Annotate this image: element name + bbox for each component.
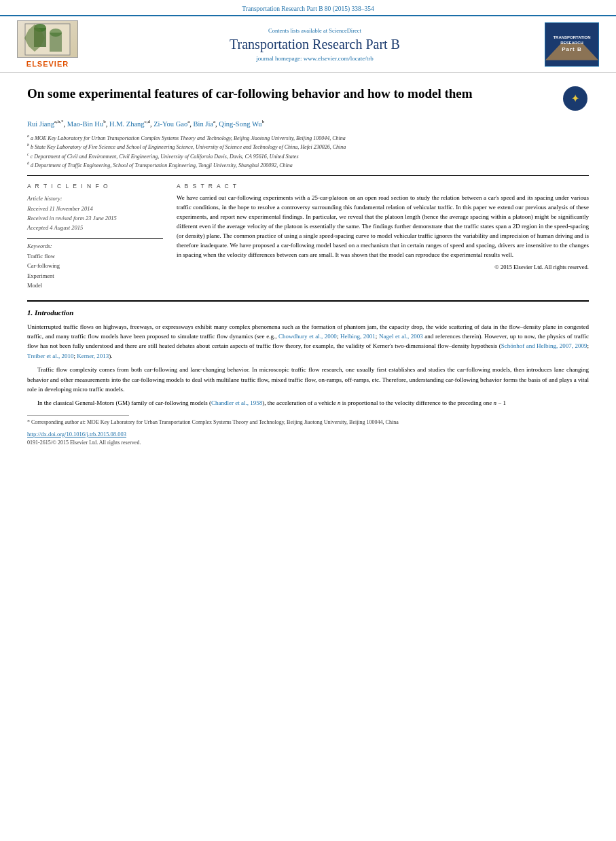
keywords-divider [27, 238, 163, 239]
ref-nagel[interactable]: Nagel et al., 2003 [379, 333, 423, 340]
ref-helbing[interactable]: Helbing, 2001 [340, 333, 376, 340]
revised-date: Received in revised form 23 June 2015 [27, 215, 117, 221]
issn-line: 0191-2615/© 2015 Elsevier Ltd. All right… [27, 440, 589, 446]
svg-point-4 [50, 29, 62, 37]
author-qing-song-wu[interactable]: Qing-Song Wu [219, 120, 261, 128]
abstract-body: We have carried out car-following experi… [177, 194, 589, 272]
article-info-label: A R T I C L E I N F O [27, 183, 163, 190]
intro-para-1: Uninterrupted traffic flows on highways,… [27, 322, 589, 361]
received-date: Received 11 November 2014 [27, 205, 93, 212]
keywords-label: Keywords: [27, 243, 163, 249]
main-content-divider [27, 300, 589, 302]
abstract-label: A B S T R A C T [177, 183, 589, 190]
affiliation-d: d Department of Traffic Engineering, Sch… [31, 162, 293, 168]
svg-rect-0 [25, 24, 70, 55]
section-number: 1. [27, 308, 33, 317]
footnote-divider [27, 415, 129, 416]
section-divider [27, 175, 589, 176]
journal-center-info: Contents lists available at ScienceDirec… [88, 27, 541, 62]
svg-point-2 [34, 24, 46, 32]
sciencedirect-link[interactable]: ScienceDirect [329, 27, 361, 34]
copyright-notice: © 2015 Elsevier Ltd. All rights reserved… [177, 263, 589, 272]
keyword-2: Car-following [27, 262, 60, 269]
trb-logo-text: TRANSPORTATIONRESEARCHPart B [553, 35, 590, 53]
citation-bar: Transportation Research Part B 80 (2015)… [0, 0, 616, 15]
crossmark-icon: ✦ [563, 86, 587, 111]
affiliation-c: c Department of Civil and Environment, C… [31, 153, 299, 159]
paper-title-section: On some experimental features of car-fol… [27, 73, 589, 119]
citation-text: Transportation Research Part B 80 (2015)… [242, 5, 374, 12]
accepted-date: Accepted 4 August 2015 [27, 224, 83, 231]
elsevier-brand-text: ELSEVIER [26, 60, 69, 68]
journal-header: ELSEVIER Contents lists available at Sci… [0, 15, 616, 73]
journal-homepage-line: journal homepage: www.elsevier.com/locat… [88, 55, 541, 62]
footnote-star-text: * Corresponding author at: MOE Key Labor… [27, 419, 399, 425]
contents-label: Contents lists available at [268, 27, 327, 34]
ref-schonhof[interactable]: Schönhof and Helbing, 2007, 2009 [501, 342, 587, 349]
section-title: Introduction [35, 308, 73, 317]
article-history: Article history: Received 11 November 20… [27, 194, 163, 233]
trb-logo-section: TRANSPORTATIONRESEARCHPart B [541, 22, 602, 67]
history-label: Article history: [27, 195, 62, 202]
journal-title: Transportation Research Part B [88, 37, 541, 52]
affiliations-section: a a MOE Key Laboratory for Urban Transpo… [27, 133, 589, 171]
author-bin-jia[interactable]: Bin Jia [194, 120, 213, 128]
affiliation-a: a MOE Key Laboratory for Urban Transport… [31, 135, 346, 141]
doi-link[interactable]: http://dx.doi.org/10.1016/j.trb.2015.08.… [27, 431, 589, 437]
trb-logo: TRANSPORTATIONRESEARCHPart B [545, 22, 599, 67]
svg-text:✦: ✦ [571, 94, 579, 104]
abstract-text-content: We have carried out car-following experi… [177, 194, 589, 258]
keywords-list: Traffic flow Car-following Experiment Mo… [27, 251, 163, 291]
ref-chowdhury[interactable]: Chowdhury et al., 2000 [278, 333, 337, 340]
keyword-4: Model [27, 282, 42, 289]
author-mao-bin-hu[interactable]: Mao-Bin Hu [67, 120, 103, 128]
ref-chandler[interactable]: Chandler et al., 1958 [211, 399, 262, 406]
abstract-col: A B S T R A C T We have carried out car-… [177, 183, 589, 291]
homepage-label: journal homepage: [256, 55, 302, 62]
section-intro-heading: 1. Introduction [27, 308, 589, 317]
contents-available-line: Contents lists available at ScienceDirec… [88, 27, 541, 34]
author-zi-you-gao[interactable]: Zi-You Gao [153, 120, 187, 128]
corresponding-author-footnote: * Corresponding author at: MOE Key Labor… [27, 418, 589, 427]
content-area: On some experimental features of car-fol… [0, 73, 616, 446]
crossmark-badge[interactable]: ✦ [562, 85, 589, 112]
article-info-col: A R T I C L E I N F O Article history: R… [27, 183, 163, 291]
keyword-3: Experiment [27, 272, 54, 279]
keywords-label-text: Keywords: [27, 243, 52, 249]
elsevier-logo-section: ELSEVIER [7, 20, 88, 68]
homepage-url[interactable]: www.elsevier.com/locate/trb [304, 55, 374, 62]
intro-para-2: Traffic flow complexity comes from both … [27, 365, 589, 394]
affiliation-b: b State Key Laboratory of Fire Science a… [31, 144, 346, 150]
intro-para-3: In the classical General-Motors (GM) fam… [27, 398, 589, 408]
article-info-abstract-row: A R T I C L E I N F O Article history: R… [27, 183, 589, 291]
keyword-1: Traffic flow [27, 253, 55, 260]
paper-title: On some experimental features of car-fol… [27, 85, 473, 103]
ref-treiber[interactable]: Treiber et al., 2010 [27, 353, 73, 359]
authors-line: Rui Jianga,b,*, Mao-Bin Hub, H.M. Zhangc… [27, 119, 589, 128]
elsevier-emblem [17, 20, 78, 58]
author-rui-jiang[interactable]: Rui Jiang [27, 120, 54, 128]
ref-kerner[interactable]: Kerner, 2013 [77, 353, 109, 359]
author-hm-zhang[interactable]: H.M. Zhang [109, 120, 145, 128]
